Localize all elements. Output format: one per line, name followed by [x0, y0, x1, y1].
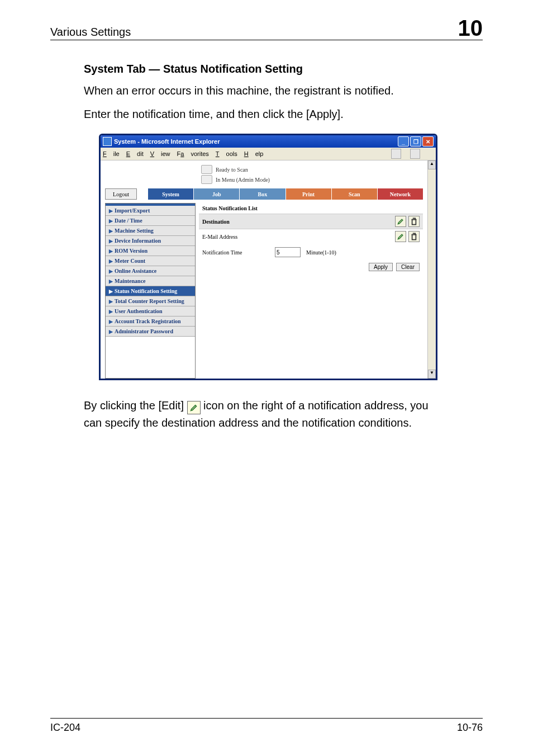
menu-arrow-icon: ▶	[109, 238, 113, 244]
notification-time-row: Notification Time Minute(1-10)	[199, 244, 423, 261]
menu-arrow-icon: ▶	[109, 309, 113, 314]
vertical-scrollbar[interactable]: ▲ ▼	[427, 160, 436, 379]
sidemenu-item-label: Device Information	[115, 238, 161, 244]
tab-network[interactable]: Network	[378, 188, 423, 200]
menu-arrow-icon: ▶	[109, 329, 113, 334]
screenshot: System - Microsoft Internet Explorer _ ❐…	[99, 134, 434, 380]
sidemenu-item-account-track-registration[interactable]: ▶Account Track Registration	[106, 316, 195, 327]
ie-logo-icon	[103, 137, 112, 146]
menu-file[interactable]: File	[103, 150, 120, 157]
sidemenu-item-import-export[interactable]: ▶Import/Export	[106, 206, 195, 216]
section-paragraph-1: When an error occurs in this machine, th…	[84, 82, 483, 99]
window-close-button[interactable]: ✕	[422, 136, 434, 147]
menu-arrow-icon: ▶	[109, 278, 113, 284]
menu-arrow-icon: ▶	[109, 289, 113, 294]
mode-status-icon	[201, 175, 212, 184]
tab-box[interactable]: Box	[240, 188, 285, 200]
scroll-down-button[interactable]: ▼	[428, 370, 436, 379]
sidemenu-item-maintenance[interactable]: ▶Maintenance	[106, 276, 195, 286]
sidemenu-item-label: User Authentication	[115, 308, 163, 314]
page-header-title: Various Settings	[50, 26, 458, 39]
menu-help[interactable]: Help	[244, 150, 264, 157]
sidemenu-item-meter-count[interactable]: ▶Meter Count	[106, 256, 195, 266]
footer-para-pre: By clicking the [Edit]	[84, 399, 187, 412]
edit-email-button[interactable]	[395, 231, 406, 242]
toolbar-icon-1[interactable]	[391, 149, 401, 159]
tab-job[interactable]: Job	[194, 188, 240, 200]
tab-system[interactable]: System	[148, 188, 194, 200]
logout-button[interactable]: Logout	[105, 188, 137, 200]
clear-button[interactable]: Clear	[396, 263, 420, 271]
section-heading: System Tab — Status Notification Setting	[84, 63, 483, 75]
menu-arrow-icon: ▶	[109, 299, 113, 304]
window-title: System - Microsoft Internet Explorer	[114, 138, 398, 145]
window-maximize-button[interactable]: ❐	[410, 136, 421, 147]
scroll-up-button[interactable]: ▲	[428, 160, 436, 169]
apply-button[interactable]: Apply	[369, 263, 393, 271]
pane-label-email: E-Mail Address	[202, 234, 292, 240]
sidemenu-item-label: Maintenance	[115, 278, 146, 284]
section-paragraph-2: Enter the notification time, and then cl…	[84, 106, 483, 122]
pane-label-destination: Destination	[202, 219, 292, 225]
menu-arrow-icon: ▶	[109, 268, 113, 274]
menu-arrow-icon: ▶	[109, 218, 113, 224]
status-area: Ready to Scan In Menu (Admin Mode)	[101, 160, 427, 188]
sidemenu-item-machine-setting[interactable]: ▶Machine Setting	[106, 226, 195, 236]
sidemenu-item-label: Total Counter Report Setting	[115, 298, 184, 304]
delete-destination-button[interactable]	[408, 216, 420, 227]
delete-email-button[interactable]	[408, 231, 420, 242]
sidemenu-item-label: ROM Version	[115, 248, 147, 254]
window-minimize-button[interactable]: _	[398, 136, 409, 147]
tab-scan[interactable]: Scan	[332, 188, 378, 200]
inline-edit-icon	[187, 401, 201, 414]
notification-time-unit: Minute(1-10)	[306, 249, 336, 256]
sidemenu-item-rom-version[interactable]: ▶ROM Version	[106, 246, 195, 256]
chapter-number: 10	[458, 17, 483, 39]
menu-arrow-icon: ▶	[109, 258, 113, 264]
sidemenu-item-label: Meter Count	[115, 258, 145, 264]
menu-bar: File Edit View Favorites Tools Help	[101, 148, 436, 160]
sidemenu-item-label: Import/Export	[115, 207, 150, 214]
menu-edit[interactable]: Edit	[126, 150, 144, 157]
menu-arrow-icon: ▶	[109, 319, 113, 324]
sidemenu-item-device-information[interactable]: ▶Device Information	[106, 236, 195, 246]
footer-paragraph: By clicking the [Edit] icon on the right…	[84, 397, 449, 431]
status-line-1: Ready to Scan	[216, 167, 248, 173]
pane-row-email: E-Mail Address	[199, 229, 423, 244]
page-footer-right: 10-76	[457, 722, 483, 734]
notification-time-label: Notification Time	[202, 249, 269, 256]
sidemenu-item-label: Date / Time	[115, 218, 142, 224]
menu-arrow-icon: ▶	[109, 228, 113, 234]
menu-arrow-icon: ▶	[109, 248, 113, 254]
pane-title: Status Notification List	[199, 203, 423, 214]
scanner-status-icon	[201, 165, 212, 174]
sidemenu-item-user-authentication[interactable]: ▶User Authentication	[106, 306, 195, 316]
menu-arrow-icon: ▶	[109, 208, 113, 214]
edit-destination-button[interactable]	[395, 216, 406, 227]
sidemenu-item-total-counter-report-setting[interactable]: ▶Total Counter Report Setting	[106, 296, 195, 306]
main-pane: Status Notification List Destination	[199, 203, 423, 379]
sidemenu-item-date-time[interactable]: ▶Date / Time	[106, 216, 195, 226]
menu-tools[interactable]: Tools	[216, 150, 237, 157]
toolbar-icon-2[interactable]	[410, 149, 420, 159]
notification-time-input[interactable]	[275, 247, 301, 257]
sidemenu-item-label: Online Assistance	[115, 268, 156, 274]
tab-print[interactable]: Print	[286, 188, 332, 200]
pane-row-destination: Destination	[199, 214, 423, 229]
menu-view[interactable]: View	[150, 150, 170, 157]
sidemenu-item-administrator-password[interactable]: ▶Administrator Password	[106, 327, 195, 337]
sidemenu-item-label: Status Notification Setting	[115, 288, 177, 294]
menu-favorites[interactable]: Favorites	[177, 150, 209, 157]
side-menu: ▶Import/Export▶Date / Time▶Machine Setti…	[105, 203, 196, 379]
sidemenu-item-status-notification-setting[interactable]: ▶Status Notification Setting	[106, 286, 195, 296]
page-footer-left: IC-204	[50, 722, 80, 734]
sidemenu-item-label: Machine Setting	[115, 228, 154, 234]
sidemenu-item-label: Account Track Registration	[115, 318, 181, 324]
window-titlebar: System - Microsoft Internet Explorer _ ❐…	[101, 135, 436, 148]
sidemenu-item-label: Administrator Password	[115, 328, 173, 334]
status-line-2: In Menu (Admin Mode)	[216, 177, 270, 183]
sidemenu-item-online-assistance[interactable]: ▶Online Assistance	[106, 266, 195, 276]
